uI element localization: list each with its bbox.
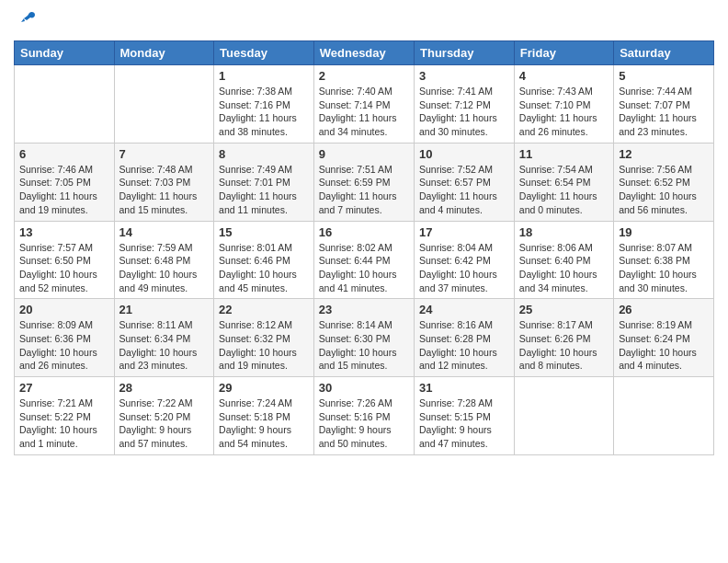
calendar-cell: 30Sunrise: 7:26 AM Sunset: 5:16 PM Dayli… (313, 377, 414, 455)
day-number: 4 (519, 69, 609, 83)
calendar-cell: 18Sunrise: 8:06 AM Sunset: 6:40 PM Dayli… (514, 221, 613, 299)
day-info: Sunrise: 7:52 AM Sunset: 6:57 PM Dayligh… (419, 163, 509, 217)
calendar-week-row: 1Sunrise: 7:38 AM Sunset: 7:16 PM Daylig… (15, 65, 714, 144)
day-info: Sunrise: 8:12 AM Sunset: 6:32 PM Dayligh… (219, 318, 309, 373)
day-number: 20 (19, 303, 109, 316)
calendar-header-row: SundayMondayTuesdayWednesdayThursdayFrid… (15, 41, 714, 65)
calendar-cell (15, 65, 115, 144)
calendar-cell (114, 65, 214, 144)
day-info: Sunrise: 7:48 AM Sunset: 7:03 PM Dayligh… (119, 163, 210, 217)
logo-bird-icon (17, 9, 37, 33)
day-number: 26 (619, 303, 709, 316)
day-info: Sunrise: 7:38 AM Sunset: 7:16 PM Dayligh… (219, 85, 309, 139)
day-number: 1 (219, 69, 309, 83)
calendar-cell: 4Sunrise: 7:43 AM Sunset: 7:10 PM Daylig… (514, 65, 613, 144)
day-info: Sunrise: 7:28 AM Sunset: 5:15 PM Dayligh… (419, 396, 509, 451)
day-number: 2 (319, 69, 409, 83)
day-number: 3 (419, 69, 509, 83)
day-number: 9 (319, 147, 409, 161)
calendar-cell (614, 377, 714, 455)
calendar-cell: 14Sunrise: 7:59 AM Sunset: 6:48 PM Dayli… (114, 221, 214, 299)
day-info: Sunrise: 7:41 AM Sunset: 7:12 PM Dayligh… (419, 85, 509, 139)
day-info: Sunrise: 7:21 AM Sunset: 5:22 PM Dayligh… (19, 396, 109, 451)
day-number: 17 (419, 225, 509, 239)
day-number: 21 (119, 303, 210, 316)
day-info: Sunrise: 8:17 AM Sunset: 6:26 PM Dayligh… (519, 318, 609, 373)
day-number: 29 (219, 381, 309, 395)
calendar-cell: 24Sunrise: 8:16 AM Sunset: 6:28 PM Dayli… (415, 299, 515, 377)
day-info: Sunrise: 7:59 AM Sunset: 6:48 PM Dayligh… (119, 241, 210, 295)
calendar-header-tuesday: Tuesday (214, 41, 314, 65)
logo (14, 9, 37, 33)
calendar-cell (514, 377, 613, 455)
day-info: Sunrise: 7:56 AM Sunset: 6:52 PM Dayligh… (619, 163, 709, 217)
page-header (14, 9, 714, 33)
calendar-cell: 8Sunrise: 7:49 AM Sunset: 7:01 PM Daylig… (214, 143, 314, 221)
day-number: 10 (419, 147, 509, 161)
day-info: Sunrise: 8:07 AM Sunset: 6:38 PM Dayligh… (619, 241, 709, 295)
day-number: 31 (419, 381, 509, 395)
day-info: Sunrise: 7:26 AM Sunset: 5:16 PM Dayligh… (319, 396, 409, 451)
day-number: 18 (519, 225, 609, 239)
day-number: 13 (19, 225, 109, 239)
calendar-cell: 2Sunrise: 7:40 AM Sunset: 7:14 PM Daylig… (313, 65, 414, 144)
day-number: 23 (319, 303, 409, 316)
calendar-week-row: 6Sunrise: 7:46 AM Sunset: 7:05 PM Daylig… (15, 143, 714, 221)
day-number: 30 (319, 381, 409, 395)
calendar-cell: 7Sunrise: 7:48 AM Sunset: 7:03 PM Daylig… (114, 143, 214, 221)
calendar-table: SundayMondayTuesdayWednesdayThursdayFrid… (14, 40, 714, 455)
calendar-cell: 3Sunrise: 7:41 AM Sunset: 7:12 PM Daylig… (415, 65, 515, 144)
day-info: Sunrise: 8:04 AM Sunset: 6:42 PM Dayligh… (419, 241, 509, 295)
calendar-cell: 25Sunrise: 8:17 AM Sunset: 6:26 PM Dayli… (514, 299, 613, 377)
day-number: 11 (519, 147, 609, 161)
calendar-cell: 29Sunrise: 7:24 AM Sunset: 5:18 PM Dayli… (214, 377, 314, 455)
day-info: Sunrise: 7:54 AM Sunset: 6:54 PM Dayligh… (519, 163, 609, 217)
day-number: 6 (19, 147, 109, 161)
day-number: 7 (119, 147, 210, 161)
day-info: Sunrise: 7:46 AM Sunset: 7:05 PM Dayligh… (19, 163, 109, 217)
day-number: 15 (219, 225, 309, 239)
day-number: 27 (19, 381, 109, 395)
day-info: Sunrise: 8:19 AM Sunset: 6:24 PM Dayligh… (619, 318, 709, 373)
calendar-cell: 11Sunrise: 7:54 AM Sunset: 6:54 PM Dayli… (514, 143, 613, 221)
day-info: Sunrise: 8:01 AM Sunset: 6:46 PM Dayligh… (219, 241, 309, 295)
calendar-cell: 9Sunrise: 7:51 AM Sunset: 6:59 PM Daylig… (313, 143, 414, 221)
calendar-cell: 1Sunrise: 7:38 AM Sunset: 7:16 PM Daylig… (214, 65, 314, 144)
calendar-cell: 19Sunrise: 8:07 AM Sunset: 6:38 PM Dayli… (614, 221, 714, 299)
calendar-header-monday: Monday (114, 41, 214, 65)
calendar-cell: 27Sunrise: 7:21 AM Sunset: 5:22 PM Dayli… (15, 377, 115, 455)
day-info: Sunrise: 7:57 AM Sunset: 6:50 PM Dayligh… (19, 241, 109, 295)
day-number: 25 (519, 303, 609, 316)
calendar-header-friday: Friday (514, 41, 613, 65)
calendar-cell: 12Sunrise: 7:56 AM Sunset: 6:52 PM Dayli… (614, 143, 714, 221)
day-info: Sunrise: 7:24 AM Sunset: 5:18 PM Dayligh… (219, 396, 309, 451)
calendar-week-row: 20Sunrise: 8:09 AM Sunset: 6:36 PM Dayli… (15, 299, 714, 377)
calendar-header-sunday: Sunday (15, 41, 115, 65)
day-info: Sunrise: 7:22 AM Sunset: 5:20 PM Dayligh… (119, 396, 210, 451)
day-info: Sunrise: 7:51 AM Sunset: 6:59 PM Dayligh… (319, 163, 409, 217)
day-info: Sunrise: 7:43 AM Sunset: 7:10 PM Dayligh… (519, 85, 609, 139)
calendar-cell: 6Sunrise: 7:46 AM Sunset: 7:05 PM Daylig… (15, 143, 115, 221)
calendar-cell: 20Sunrise: 8:09 AM Sunset: 6:36 PM Dayli… (15, 299, 115, 377)
calendar-cell: 26Sunrise: 8:19 AM Sunset: 6:24 PM Dayli… (614, 299, 714, 377)
day-info: Sunrise: 8:14 AM Sunset: 6:30 PM Dayligh… (319, 318, 409, 373)
day-info: Sunrise: 8:11 AM Sunset: 6:34 PM Dayligh… (119, 318, 210, 373)
calendar-header-saturday: Saturday (614, 41, 714, 65)
calendar-week-row: 27Sunrise: 7:21 AM Sunset: 5:22 PM Dayli… (15, 377, 714, 455)
day-info: Sunrise: 8:02 AM Sunset: 6:44 PM Dayligh… (319, 241, 409, 295)
calendar-cell: 17Sunrise: 8:04 AM Sunset: 6:42 PM Dayli… (415, 221, 515, 299)
calendar-cell: 31Sunrise: 7:28 AM Sunset: 5:15 PM Dayli… (415, 377, 515, 455)
day-number: 28 (119, 381, 210, 395)
calendar-cell: 21Sunrise: 8:11 AM Sunset: 6:34 PM Dayli… (114, 299, 214, 377)
calendar-cell: 28Sunrise: 7:22 AM Sunset: 5:20 PM Dayli… (114, 377, 214, 455)
calendar-cell: 13Sunrise: 7:57 AM Sunset: 6:50 PM Dayli… (15, 221, 115, 299)
day-info: Sunrise: 8:09 AM Sunset: 6:36 PM Dayligh… (19, 318, 109, 373)
day-number: 14 (119, 225, 210, 239)
calendar-cell: 10Sunrise: 7:52 AM Sunset: 6:57 PM Dayli… (415, 143, 515, 221)
day-info: Sunrise: 8:06 AM Sunset: 6:40 PM Dayligh… (519, 241, 609, 295)
day-number: 8 (219, 147, 309, 161)
day-number: 5 (619, 69, 709, 83)
day-number: 19 (619, 225, 709, 239)
day-info: Sunrise: 7:49 AM Sunset: 7:01 PM Dayligh… (219, 163, 309, 217)
calendar-header-wednesday: Wednesday (313, 41, 414, 65)
